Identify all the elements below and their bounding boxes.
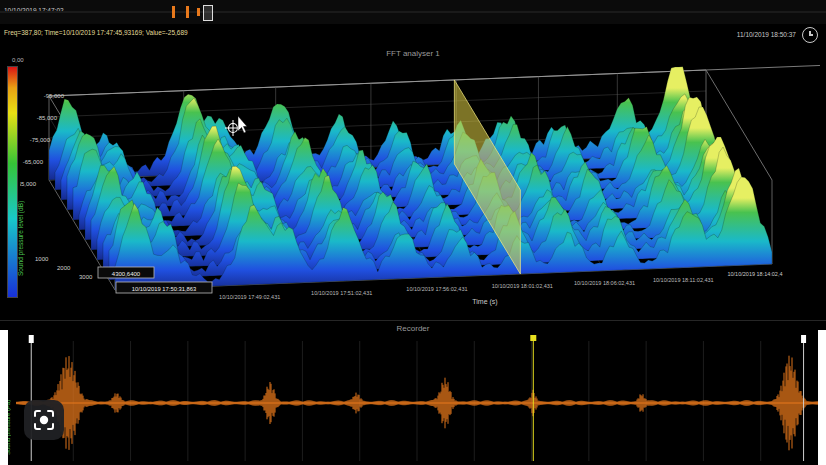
recorder-panel: Recorder Sound pressure (Pa)	[0, 320, 826, 465]
recorder-title: Recorder	[0, 324, 826, 333]
camera-lens-glyph	[32, 408, 56, 432]
fft-analyser-panel: FFT analyser 1 0,00 Sound pressure level…	[0, 46, 826, 320]
time-tick-label: 10/10/2019 17:51:02,431	[311, 290, 372, 296]
range-start-handle[interactable]	[29, 335, 34, 343]
timeline-end-time: 11/10/2019 18:50:37	[737, 31, 796, 38]
app-window: 10/10/2019 17:47:02 Freq=387,80; Time=10…	[0, 0, 826, 465]
time-axis-label: Time (s)	[472, 298, 497, 306]
recorder-waveform[interactable]	[16, 335, 818, 461]
z-tick-label: -95,000	[44, 93, 65, 99]
z-tick-label: -85,000	[37, 115, 58, 121]
freq-tick-label: 3000	[79, 274, 93, 280]
page-margin-left	[0, 330, 8, 465]
time-cursor-value: 10/10/2019 17:50:31,863	[132, 286, 196, 292]
freq-tick-label: 1000	[35, 256, 49, 262]
freq-tick-label: 2000	[57, 265, 71, 271]
time-tick-label: 10/10/2019 18:06:02,431	[574, 280, 635, 286]
freq-range-value: 4300,6400	[112, 271, 141, 277]
corner-time-label: 10/10/2019 18:14:02,4	[727, 271, 782, 277]
range-end-handle[interactable]	[801, 335, 806, 343]
status-readout: Freq=387,80; Time=10/10/2019 17:47:45,93…	[4, 29, 188, 36]
timeline-marker[interactable]	[197, 8, 200, 16]
box-top-edge	[49, 70, 706, 96]
z-tick-label: -55,000	[20, 181, 37, 187]
time-tick-label: 10/10/2019 17:56:02,431	[406, 286, 467, 292]
camera-icon[interactable]	[24, 400, 64, 440]
timeline-marker[interactable]	[172, 6, 175, 18]
playback-cursor[interactable]	[530, 335, 536, 341]
fft-3d-plot[interactable]: -95,000-85,000-75,000-65,000-55,00010002…	[20, 54, 820, 314]
clock-hand	[809, 34, 813, 36]
status-bar: Freq=387,80; Time=10/10/2019 17:47:45,93…	[0, 24, 826, 46]
z-tick-label: -65,000	[23, 159, 44, 165]
timeline-marker[interactable]	[186, 6, 189, 18]
time-tick-label: 10/10/2019 17:49:02,431	[219, 294, 280, 300]
time-tick-label: 10/10/2019 18:01:02,431	[492, 283, 553, 289]
timeline-bar[interactable]: 10/10/2019 17:47:02	[0, 0, 826, 25]
timeline-track[interactable]	[0, 11, 826, 13]
clock-icon[interactable]	[802, 27, 818, 43]
page-margin-right	[818, 330, 826, 465]
time-tick-label: 10/10/2019 18:11:02,431	[653, 277, 714, 283]
timeline-handle[interactable]	[203, 5, 213, 21]
z-tick-label: -75,000	[30, 137, 51, 143]
grid-line	[49, 91, 706, 117]
